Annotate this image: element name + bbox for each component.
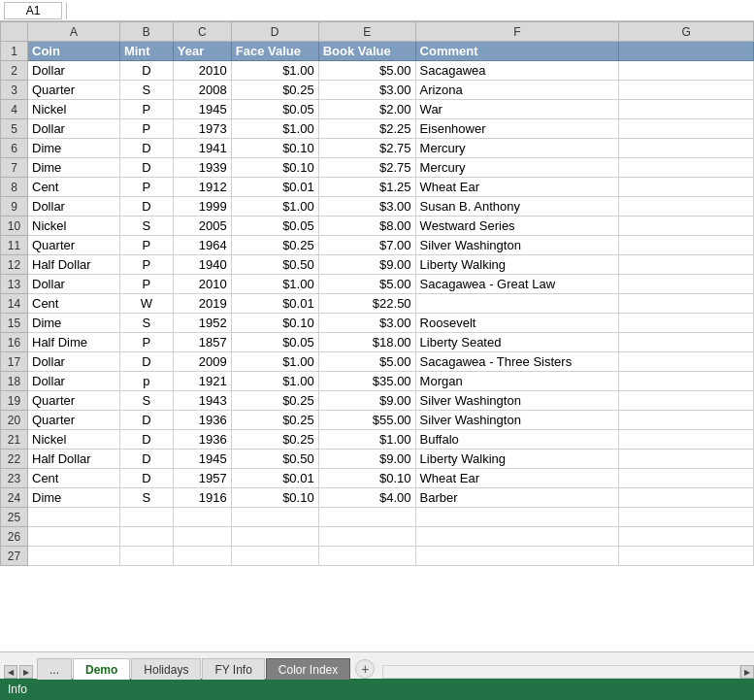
- row-num-3[interactable]: 3: [1, 81, 28, 100]
- cell-d12[interactable]: $0.50: [231, 255, 318, 275]
- cell-c12[interactable]: 1940: [173, 255, 231, 275]
- row-num-21[interactable]: 21: [1, 430, 28, 450]
- name-box[interactable]: [4, 2, 62, 19]
- formula-input[interactable]: [71, 2, 750, 19]
- row-num-5[interactable]: 5: [1, 119, 28, 139]
- cell-a13[interactable]: Dollar: [28, 275, 120, 294]
- cell-b27[interactable]: [119, 547, 173, 566]
- cell-g13[interactable]: [619, 275, 754, 294]
- cell-a22[interactable]: Half Dollar: [28, 450, 120, 469]
- cell-b14[interactable]: W: [119, 294, 173, 314]
- cell-b10[interactable]: S: [119, 217, 173, 236]
- cell-c8[interactable]: 1912: [173, 178, 231, 197]
- cell-d8[interactable]: $0.01: [231, 178, 318, 197]
- cell-d2[interactable]: $1.00: [231, 61, 318, 81]
- cell-g11[interactable]: [619, 236, 754, 255]
- cell-a17[interactable]: Dollar: [28, 352, 120, 372]
- cell-a6[interactable]: Dime: [28, 139, 120, 158]
- cell-f3[interactable]: Arizona: [415, 81, 619, 100]
- row-num-1[interactable]: 1: [1, 42, 28, 61]
- cell-e18[interactable]: $35.00: [318, 372, 415, 391]
- cell-g5[interactable]: [619, 119, 754, 139]
- cell-g2[interactable]: [619, 61, 754, 81]
- cell-f24[interactable]: Barber: [415, 488, 619, 508]
- cell-d4[interactable]: $0.05: [231, 100, 318, 119]
- col-header-f[interactable]: F: [415, 22, 619, 42]
- row-num-18[interactable]: 18: [1, 372, 28, 391]
- cell-a24[interactable]: Dime: [28, 488, 120, 508]
- cell-e4[interactable]: $2.00: [318, 100, 415, 119]
- cell-g27[interactable]: [619, 547, 754, 566]
- cell-e21[interactable]: $1.00: [318, 430, 415, 450]
- row-num-25[interactable]: 25: [1, 508, 28, 527]
- cell-d22[interactable]: $0.50: [231, 450, 318, 469]
- cell-b9[interactable]: D: [119, 197, 173, 217]
- cell-e27[interactable]: [318, 547, 415, 566]
- row-num-2[interactable]: 2: [1, 61, 28, 81]
- cell-b26[interactable]: [119, 527, 173, 547]
- cell-d23[interactable]: $0.01: [231, 469, 318, 488]
- cell-e9[interactable]: $3.00: [318, 197, 415, 217]
- cell-e12[interactable]: $9.00: [318, 255, 415, 275]
- cell-e16[interactable]: $18.00: [318, 333, 415, 352]
- cell-e13[interactable]: $5.00: [318, 275, 415, 294]
- cell-f17[interactable]: Sacagawea - Three Sisters: [415, 352, 619, 372]
- cell-e26[interactable]: [318, 527, 415, 547]
- cell-c17[interactable]: 2009: [173, 352, 231, 372]
- cell-f23[interactable]: Wheat Ear: [415, 469, 619, 488]
- cell-e11[interactable]: $7.00: [318, 236, 415, 255]
- cell-f7[interactable]: Mercury: [415, 158, 619, 178]
- cell-b19[interactable]: S: [119, 391, 173, 411]
- cell-a7[interactable]: Dime: [28, 158, 120, 178]
- cell-g4[interactable]: [619, 100, 754, 119]
- cell-g24[interactable]: [619, 488, 754, 508]
- cell-e5[interactable]: $2.25: [318, 119, 415, 139]
- cell-b1[interactable]: Mint: [119, 42, 173, 61]
- cell-g8[interactable]: [619, 178, 754, 197]
- cell-d27[interactable]: [231, 547, 318, 566]
- col-header-g[interactable]: G: [619, 22, 754, 42]
- cell-c10[interactable]: 2005: [173, 217, 231, 236]
- cell-f21[interactable]: Buffalo: [415, 430, 619, 450]
- cell-f26[interactable]: [415, 527, 619, 547]
- cell-c9[interactable]: 1999: [173, 197, 231, 217]
- cell-f20[interactable]: Silver Washington: [415, 411, 619, 430]
- cell-e6[interactable]: $2.75: [318, 139, 415, 158]
- cell-e7[interactable]: $2.75: [318, 158, 415, 178]
- cell-b5[interactable]: P: [119, 119, 173, 139]
- cell-a23[interactable]: Cent: [28, 469, 120, 488]
- col-header-b[interactable]: B: [119, 22, 173, 42]
- cell-f12[interactable]: Liberty Walking: [415, 255, 619, 275]
- cell-b8[interactable]: P: [119, 178, 173, 197]
- cell-b2[interactable]: D: [119, 61, 173, 81]
- cell-g6[interactable]: [619, 139, 754, 158]
- cell-f6[interactable]: Mercury: [415, 139, 619, 158]
- cell-e2[interactable]: $5.00: [318, 61, 415, 81]
- cell-e22[interactable]: $9.00: [318, 450, 415, 469]
- cell-c16[interactable]: 1857: [173, 333, 231, 352]
- col-header-c[interactable]: C: [173, 22, 231, 42]
- cell-a4[interactable]: Nickel: [28, 100, 120, 119]
- cell-d3[interactable]: $0.25: [231, 81, 318, 100]
- cell-e8[interactable]: $1.25: [318, 178, 415, 197]
- row-num-8[interactable]: 8: [1, 178, 28, 197]
- cell-f22[interactable]: Liberty Walking: [415, 450, 619, 469]
- cell-d21[interactable]: $0.25: [231, 430, 318, 450]
- cell-g9[interactable]: [619, 197, 754, 217]
- cell-c21[interactable]: 1936: [173, 430, 231, 450]
- cell-a21[interactable]: Nickel: [28, 430, 120, 450]
- row-num-16[interactable]: 16: [1, 333, 28, 352]
- row-num-17[interactable]: 17: [1, 352, 28, 372]
- cell-f10[interactable]: Westward Series: [415, 217, 619, 236]
- cell-a20[interactable]: Quarter: [28, 411, 120, 430]
- cell-g3[interactable]: [619, 81, 754, 100]
- cell-d24[interactable]: $0.10: [231, 488, 318, 508]
- cell-b24[interactable]: S: [119, 488, 173, 508]
- cell-d25[interactable]: [231, 508, 318, 527]
- horizontal-scrollbar[interactable]: [382, 665, 740, 679]
- cell-b12[interactable]: P: [119, 255, 173, 275]
- cell-d14[interactable]: $0.01: [231, 294, 318, 314]
- add-sheet-button[interactable]: +: [355, 659, 375, 679]
- cell-g1[interactable]: [619, 42, 754, 61]
- cell-b4[interactable]: P: [119, 100, 173, 119]
